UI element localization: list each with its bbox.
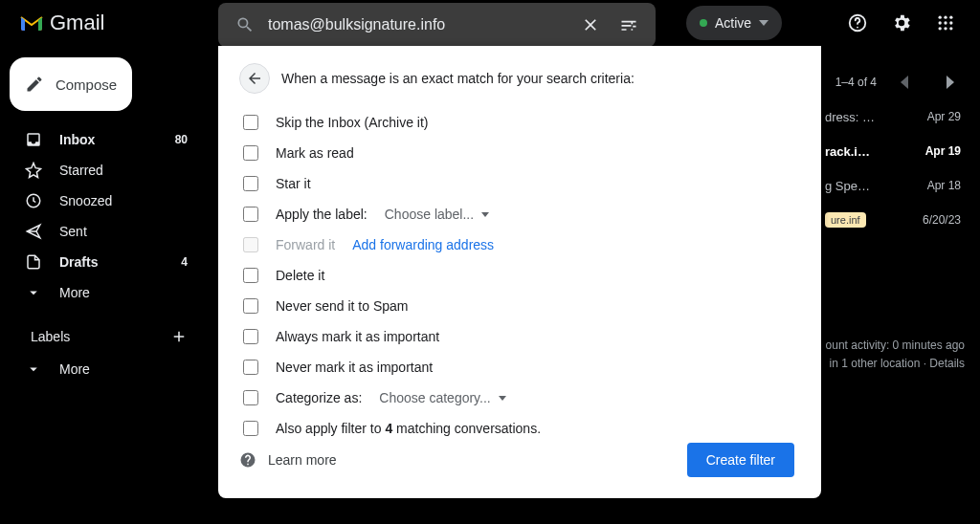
opt-label: Mark as read <box>276 145 354 161</box>
opt-never-spam[interactable]: Never send it to Spam <box>243 291 794 321</box>
labels-header: Labels <box>10 319 199 354</box>
message-row[interactable]: g Spe… Apr 18 <box>821 168 965 203</box>
message-date: Apr 29 <box>927 110 961 123</box>
category-select[interactable]: Choose category... <box>379 390 505 405</box>
nav-count: 4 <box>181 255 188 269</box>
svg-point-2 <box>939 16 942 19</box>
svg-point-10 <box>949 27 952 30</box>
sidebar-item-sent[interactable]: Sent <box>10 216 199 247</box>
opt-apply-label-checkbox[interactable] <box>243 207 258 222</box>
list-toolbar: 1–4 of 4 <box>835 67 965 98</box>
create-filter-button[interactable]: Create filter <box>687 443 794 477</box>
app-header: Gmail Active <box>0 0 980 46</box>
search-bar[interactable] <box>218 3 656 47</box>
arrow-left-icon <box>246 70 263 87</box>
sidebar-labels-more[interactable]: More <box>10 354 199 384</box>
compose-label: Compose <box>56 76 117 93</box>
prev-page-button[interactable] <box>890 67 921 98</box>
opt-always-important[interactable]: Always mark it as important <box>243 321 794 352</box>
message-subject: g Spe… <box>825 179 870 193</box>
search-input[interactable] <box>264 16 571 33</box>
inbox-icon <box>25 131 42 148</box>
opt-apply-label[interactable]: Apply the label:Choose label... <box>243 199 794 229</box>
opt-mark-read-checkbox[interactable] <box>243 145 258 161</box>
sidebar-item-snoozed[interactable]: Snoozed <box>10 186 199 216</box>
status-dot-icon <box>700 19 707 27</box>
opt-delete-checkbox[interactable] <box>243 268 258 283</box>
search-icon[interactable] <box>226 6 264 44</box>
gmail-logo: Gmail <box>19 11 211 35</box>
chevron-down-icon <box>25 360 42 378</box>
help-icon[interactable] <box>838 4 877 42</box>
learn-more-link[interactable]: Learn more <box>239 451 337 469</box>
opt-never-important-checkbox[interactable] <box>243 360 258 375</box>
opt-label: Also apply filter to 4 matching conversa… <box>276 421 541 436</box>
svg-point-8 <box>939 27 942 30</box>
message-row[interactable]: dress: … Apr 29 <box>821 99 965 134</box>
details-link[interactable]: Details <box>929 357 965 370</box>
status-chip[interactable]: Active <box>686 6 782 40</box>
message-date: 6/20/23 <box>923 213 961 227</box>
opt-skip-inbox-checkbox[interactable] <box>243 115 258 130</box>
apps-grid-icon[interactable] <box>926 4 965 42</box>
labels-title: Labels <box>31 329 70 344</box>
opt-delete[interactable]: Delete it <box>243 260 794 291</box>
opt-label: Delete it <box>276 268 324 283</box>
opt-mark-read[interactable]: Mark as read <box>243 138 794 168</box>
sidebar-item-more[interactable]: More <box>10 277 199 308</box>
opt-also-apply[interactable]: Also apply filter to 4 matching conversa… <box>243 413 794 444</box>
send-icon <box>25 223 42 240</box>
svg-point-9 <box>944 27 947 30</box>
opt-never-spam-checkbox[interactable] <box>243 298 258 314</box>
next-page-button[interactable] <box>934 67 965 98</box>
opt-label: Skip the Inbox (Archive it) <box>276 115 429 130</box>
message-list: dress: … Apr 29 rack.i… Apr 19 g Spe… Ap… <box>821 99 965 237</box>
opt-star[interactable]: Star it <box>243 168 794 199</box>
chevron-down-icon <box>759 20 768 26</box>
pencil-icon <box>25 75 44 94</box>
sidebar-item-starred[interactable]: Starred <box>10 155 199 186</box>
opt-label: Forward it <box>276 237 335 252</box>
opt-label: Always mark it as important <box>276 329 439 344</box>
header-actions <box>838 4 965 42</box>
activity-line2: in 1 other location · <box>830 357 930 370</box>
message-row[interactable]: ure.inf 6/20/23 <box>821 203 965 237</box>
search-options-icon[interactable] <box>610 6 648 44</box>
opt-forward-checkbox <box>243 237 258 252</box>
svg-point-7 <box>949 21 952 24</box>
opt-never-important[interactable]: Never mark it as important <box>243 352 794 382</box>
opt-star-checkbox[interactable] <box>243 176 258 191</box>
opt-always-important-checkbox[interactable] <box>243 329 258 344</box>
add-label-icon[interactable] <box>170 328 188 345</box>
nav-label: Inbox <box>59 132 95 147</box>
clear-search-icon[interactable] <box>571 6 610 44</box>
message-subject: rack.i… <box>825 144 870 159</box>
sidebar-item-inbox[interactable]: Inbox 80 <box>10 124 199 155</box>
nav-label: Sent <box>59 224 87 239</box>
nav-label: More <box>59 285 90 300</box>
learn-more-label: Learn more <box>268 452 337 468</box>
compose-button[interactable]: Compose <box>10 57 132 111</box>
opt-categorize[interactable]: Categorize as:Choose category... <box>243 382 794 413</box>
file-icon <box>25 253 42 271</box>
back-button[interactable] <box>239 63 270 94</box>
panel-header: When a message is an exact match for you… <box>239 63 794 94</box>
message-row[interactable]: rack.i… Apr 19 <box>821 134 965 168</box>
clock-icon <box>25 192 42 209</box>
opt-forward: Forward itAdd forwarding address <box>243 229 794 260</box>
chevron-down-icon <box>25 284 42 301</box>
account-activity: ount activity: 0 minutes ago in 1 other … <box>826 337 965 373</box>
add-forwarding-link[interactable]: Add forwarding address <box>352 237 494 252</box>
opt-also-apply-checkbox[interactable] <box>243 421 258 436</box>
label-select[interactable]: Choose label... <box>385 207 489 222</box>
settings-icon[interactable] <box>882 4 921 42</box>
opt-categorize-checkbox[interactable] <box>243 390 258 405</box>
attachment-chip[interactable]: ure.inf <box>825 212 866 228</box>
sidebar-item-drafts[interactable]: Drafts 4 <box>10 247 199 277</box>
status-label: Active <box>715 15 751 31</box>
nav-label: Snoozed <box>59 193 112 208</box>
opt-skip-inbox[interactable]: Skip the Inbox (Archive it) <box>243 107 794 138</box>
svg-point-3 <box>944 16 947 19</box>
opt-label: Categorize as: <box>276 390 362 405</box>
labels-more: More <box>59 361 90 377</box>
